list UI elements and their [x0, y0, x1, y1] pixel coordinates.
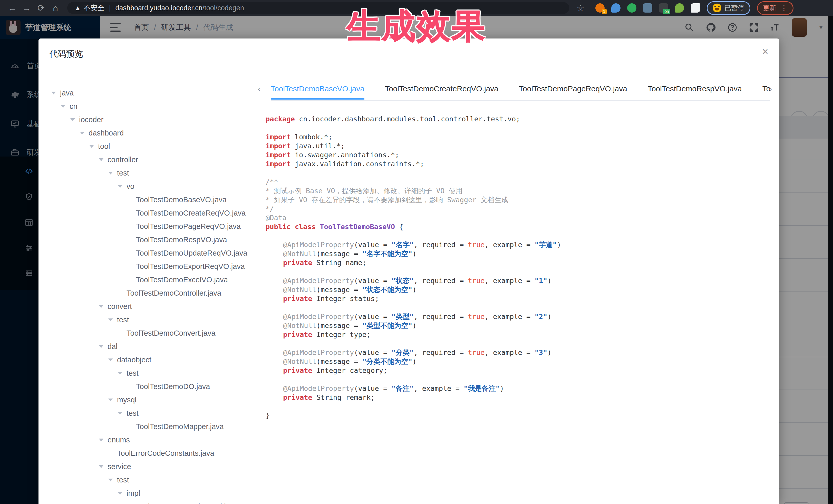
tree-file-ToolErrorCodeConstants.java[interactable]: ToolErrorCodeConstants.java [39, 447, 257, 460]
tree-dir-cn[interactable]: cn [39, 100, 257, 113]
tree-node-label: enums [108, 436, 130, 444]
tree-node-label: test [117, 169, 129, 177]
tree-dir-enums[interactable]: enums [39, 433, 257, 447]
tree-node-label: service [108, 462, 131, 471]
tree-dir-test[interactable]: test [39, 473, 257, 486]
code-line: @ApiModelProperty(value = "状态", required… [266, 276, 768, 285]
code-line [266, 123, 768, 133]
code-line: @ApiModelProperty(value = "分类", required… [266, 348, 768, 357]
tree-file-ToolTestDemoConvert.java[interactable]: ToolTestDemoConvert.java [39, 327, 257, 340]
tab-ToolTestDemoPageReqVO.java[interactable]: ToolTestDemoPageReqVO.java [519, 79, 627, 100]
tree-expand-caret-icon[interactable] [99, 465, 103, 468]
tree-expand-caret-icon[interactable] [61, 105, 66, 108]
tree-expand-caret-icon[interactable] [118, 492, 122, 495]
tree-dir-controller[interactable]: controller [39, 153, 257, 166]
tree-file-ToolTestDemoExportReqVO.java[interactable]: ToolTestDemoExportReqVO.java [39, 260, 257, 273]
tree-expand-caret-icon[interactable] [51, 92, 56, 94]
tree-expand-caret-icon[interactable] [80, 131, 85, 135]
code-line: import java.util.*; [266, 141, 768, 150]
code-line: private String remark; [266, 393, 768, 402]
tree-file-ToolTestDemoDO.java[interactable]: ToolTestDemoDO.java [39, 380, 257, 393]
tree-node-label: ToolTestDemoServiceImpl.java [136, 502, 238, 504]
tree-dir-tool[interactable]: tool [39, 140, 257, 153]
code-line: private String name; [266, 258, 768, 267]
tab-ToolTestDemoBaseVO.java[interactable]: ToolTestDemoBaseVO.java [271, 79, 364, 100]
tree-node-label: vo [126, 182, 135, 191]
code-line: import javax.validation.constraints.*; [266, 159, 768, 168]
tree-dir-java[interactable]: java [39, 86, 257, 100]
tree-node-label: iocoder [79, 116, 103, 124]
code-line: private Integer status; [266, 294, 768, 303]
tree-expand-caret-icon[interactable] [108, 172, 113, 174]
tree-dir-mysql[interactable]: mysql [39, 393, 257, 407]
tree-node-label: test [117, 316, 129, 324]
tree-node-label: ToolTestDemoCreateReqVO.java [136, 209, 245, 217]
tree-dir-convert[interactable]: convert [39, 300, 257, 313]
tabs-scroll-right-icon[interactable]: › [769, 83, 772, 94]
tree-dir-dashboard[interactable]: dashboard [39, 126, 257, 140]
tree-file-ToolTestDemoRespVO.java[interactable]: ToolTestDemoRespVO.java [39, 233, 257, 246]
tree-dir-iocoder[interactable]: iocoder [39, 113, 257, 126]
tree-file-ToolTestDemoServiceImpl.java[interactable]: ToolTestDemoServiceImpl.java [39, 500, 257, 504]
tree-expand-caret-icon[interactable] [108, 318, 113, 321]
code-line: public class ToolTestDemoBaseVO { [266, 222, 768, 231]
tree-expand-caret-icon[interactable] [108, 479, 113, 481]
tab-ToolTestDemoRespVO.java[interactable]: ToolTestDemoRespVO.java [648, 79, 742, 100]
tree-node-label: convert [108, 302, 132, 311]
code-line: */ [266, 204, 768, 213]
tree-expand-caret-icon[interactable] [118, 412, 122, 415]
tree-dir-test[interactable]: test [39, 166, 257, 179]
tree-dir-test[interactable]: test [39, 407, 257, 420]
tree-expand-caret-icon[interactable] [99, 438, 103, 441]
tree-expand-caret-icon[interactable] [89, 145, 94, 148]
tree-dir-test[interactable]: test [39, 313, 257, 327]
tree-dir-vo[interactable]: vo [39, 179, 257, 193]
code-line [266, 231, 768, 240]
modal-title: 代码预览 [49, 48, 83, 60]
tree-dir-test[interactable]: test [39, 366, 257, 380]
tree-dir-impl[interactable]: impl [39, 486, 257, 500]
tree-file-ToolTestDemoBaseVO.java[interactable]: ToolTestDemoBaseVO.java [39, 193, 257, 206]
tree-file-ToolTestDemoController.java[interactable]: ToolTestDemoController.java [39, 286, 257, 300]
tree-file-ToolTestDemoCreateReqVO.java[interactable]: ToolTestDemoCreateReqVO.java [39, 206, 257, 220]
code-line: @ApiModelProperty(value = "备注", example … [266, 384, 768, 393]
tree-expand-caret-icon[interactable] [108, 359, 113, 361]
tree-dir-service[interactable]: service [39, 460, 257, 473]
tabs-scroll-left-icon[interactable]: ‹ [258, 83, 260, 94]
code-line: * 如果子 VO 存在差异的字段，请不要添加到这里，影响 Swagger 文档生… [266, 195, 768, 204]
code-line: * 测试示例 Base VO，提供给添加、修改、详细的子 VO 使用 [266, 186, 768, 195]
tree-expand-caret-icon[interactable] [99, 158, 103, 161]
tree-node-label: controller [108, 155, 138, 164]
code-line [266, 402, 768, 411]
tree-file-ToolTestDemoExcelVO.java[interactable]: ToolTestDemoExcelVO.java [39, 273, 257, 286]
code-preview-modal: 代码预览 × javacniocoderdashboardtoolcontrol… [39, 39, 779, 504]
tree-node-label: dashboard [89, 129, 124, 137]
tree-dir-dal[interactable]: dal [39, 340, 257, 353]
code-line: @ApiModelProperty(value = "名字", required… [266, 240, 768, 249]
code-line [266, 168, 768, 177]
tree-file-ToolTestDemoUpdateReqVO.java[interactable]: ToolTestDemoUpdateReqVO.java [39, 246, 257, 260]
tree-node-label: dal [108, 342, 118, 351]
tree-expand-caret-icon[interactable] [118, 185, 122, 188]
tab-ToolTestDemoUpdateReqVO.java[interactable]: ToolTestDemoUpdateReqVO.java [762, 79, 770, 100]
tree-dir-dataobject[interactable]: dataobject [39, 353, 257, 366]
tree-expand-caret-icon[interactable] [99, 305, 103, 308]
tree-node-label: cn [70, 102, 77, 111]
tree-node-label: ToolTestDemoMapper.java [136, 423, 224, 431]
code-line: @Data [266, 213, 768, 222]
tree-expand-caret-icon[interactable] [108, 399, 113, 401]
code-line: @NotNull(message = "名字不能为空") [266, 249, 768, 258]
tree-file-ToolTestDemoMapper.java[interactable]: ToolTestDemoMapper.java [39, 420, 257, 433]
tree-node-label: ToolTestDemoConvert.java [126, 329, 216, 337]
code-line: } [266, 411, 768, 420]
tree-node-label: ToolTestDemoExcelVO.java [136, 275, 228, 284]
tree-expand-caret-icon[interactable] [118, 372, 122, 375]
tree-file-ToolTestDemoPageReqVO.java[interactable]: ToolTestDemoPageReqVO.java [39, 220, 257, 233]
tree-node-label: impl [126, 489, 140, 498]
tree-expand-caret-icon[interactable] [70, 118, 75, 121]
code-line [266, 267, 768, 276]
tab-ToolTestDemoCreateReqVO.java[interactable]: ToolTestDemoCreateReqVO.java [385, 79, 498, 100]
tree-expand-caret-icon[interactable] [99, 345, 103, 348]
tree-node-label: test [126, 369, 139, 378]
code-line: import io.swagger.annotations.*; [266, 150, 768, 159]
